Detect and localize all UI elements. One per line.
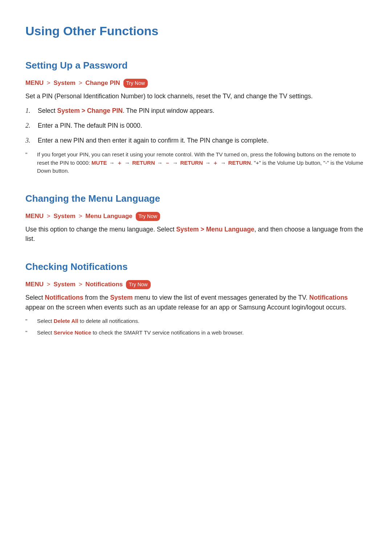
section-heading-password: Setting Up a Password <box>25 58 367 73</box>
step-number: 3. <box>25 136 33 145</box>
inline-notifications: Notifications <box>309 294 348 301</box>
arrow-right-icon: → <box>124 160 130 166</box>
step-number: 1. <box>25 106 33 116</box>
try-now-button[interactable]: Try Now <box>126 280 151 289</box>
inline-menu-language: Menu Language <box>206 226 254 233</box>
notifications-notes: " Select Delete All to delete all notifi… <box>25 317 367 337</box>
crumb-system: System <box>53 213 75 219</box>
arrow-right-icon: → <box>220 160 226 166</box>
chevron-right-icon: > <box>47 79 50 86</box>
list-item: 2. Enter a PIN. The default PIN is 0000. <box>25 121 367 131</box>
crumb-system: System <box>53 281 75 288</box>
inline-change-pin: Change PIN <box>87 107 123 114</box>
minus-icon: － <box>165 160 170 166</box>
note-text: Select Service Notice to check the SMART… <box>37 329 244 337</box>
note-icon: " <box>25 317 30 325</box>
crumb-change-pin: Change PIN <box>85 79 120 86</box>
button-label-mute: MUTE <box>91 160 107 166</box>
arrow-right-icon: → <box>109 160 115 166</box>
plus-icon: ＋ <box>213 160 218 166</box>
list-item: 1. Select System > Change PIN. The PIN i… <box>25 106 367 116</box>
inline-notifications: Notifications <box>45 294 83 301</box>
chevron-right-icon: > <box>79 281 82 288</box>
try-now-button[interactable]: Try Now <box>123 79 148 88</box>
crumb-notifications: Notifications <box>85 281 123 288</box>
inline-service-notice: Service Notice <box>54 329 91 336</box>
note-text: If you forget your PIN, you can reset it… <box>37 151 367 175</box>
breadcrumb-password: MENU > System > Change PIN Try Now <box>25 78 367 88</box>
list-item: " Select Delete All to delete all notifi… <box>25 317 367 325</box>
chevron-right-icon: > <box>79 213 82 219</box>
button-label-return: RETURN <box>132 160 155 166</box>
password-steps: 1. Select System > Change PIN. The PIN i… <box>25 106 367 145</box>
chevron-right-icon: > <box>79 79 82 86</box>
chevron-right-icon: > <box>47 213 50 219</box>
step-number: 2. <box>25 121 33 131</box>
arrow-right-icon: → <box>172 160 178 166</box>
step-text: Enter a PIN. The default PIN is 0000. <box>38 121 142 131</box>
list-item: 3. Enter a new PIN and then enter it aga… <box>25 136 367 145</box>
inline-system: System <box>176 226 199 233</box>
language-body: Use this option to change the menu langu… <box>25 225 367 244</box>
try-now-button[interactable]: Try Now <box>136 212 160 221</box>
arrow-right-icon: → <box>205 160 211 166</box>
step-text: Enter a new PIN and then enter it again … <box>38 136 269 145</box>
crumb-menu: MENU <box>25 79 44 86</box>
list-item: " If you forget your PIN, you can reset … <box>25 151 367 175</box>
inline-delete-all: Delete All <box>54 318 78 324</box>
note-icon: " <box>25 151 30 175</box>
crumb-system: System <box>53 79 75 86</box>
crumb-menu-language: Menu Language <box>85 213 132 219</box>
note-text: Select Delete All to delete all notifica… <box>37 317 139 325</box>
inline-system: System <box>110 294 132 301</box>
section-heading-notifications: Checking Notifications <box>25 260 367 274</box>
page-title: Using Other Functions <box>25 22 367 40</box>
breadcrumb-language: MENU > System > Menu Language Try Now <box>25 212 367 221</box>
chevron-right-icon: > <box>201 226 206 233</box>
password-note: " If you forget your PIN, you can reset … <box>25 151 367 175</box>
arrow-right-icon: → <box>157 160 163 166</box>
chevron-right-icon: > <box>47 281 50 288</box>
password-intro: Set a PIN (Personal Identification Numbe… <box>25 91 367 101</box>
breadcrumb-notifications: MENU > System > Notifications Try Now <box>25 280 367 289</box>
chevron-right-icon: > <box>82 107 87 114</box>
button-label-return: RETURN <box>180 160 203 166</box>
crumb-menu: MENU <box>25 213 44 219</box>
step-text: Select System > Change PIN. The PIN inpu… <box>38 106 215 116</box>
section-heading-language: Changing the Menu Language <box>25 192 367 206</box>
plus-icon: ＋ <box>117 160 122 166</box>
notifications-body: Select Notifications from the System men… <box>25 293 367 312</box>
list-item: " Select Service Notice to check the SMA… <box>25 329 367 337</box>
button-label-return: RETURN <box>228 160 251 166</box>
crumb-menu: MENU <box>25 281 44 288</box>
note-icon: " <box>25 329 30 337</box>
inline-system: System <box>57 107 80 114</box>
